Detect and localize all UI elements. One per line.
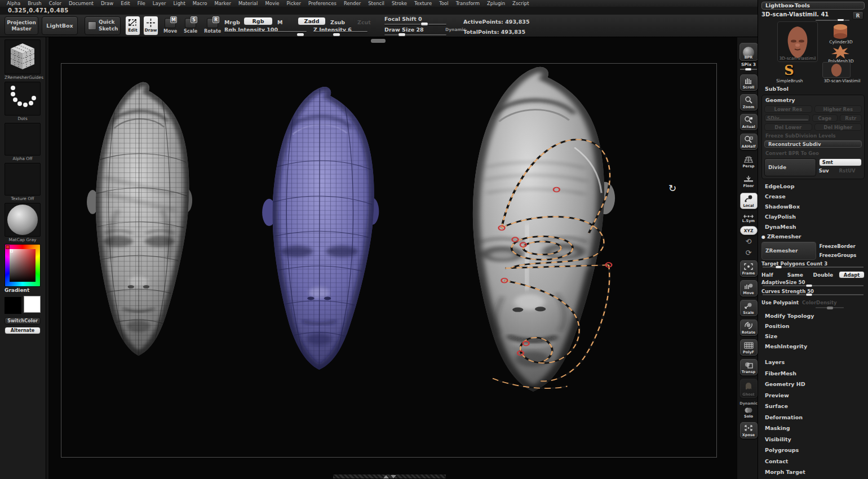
suv-toggle[interactable]: Suv (819, 168, 829, 174)
section-preview[interactable]: Preview (761, 390, 865, 401)
z-intensity-slider[interactable]: Z Intensity 6 (313, 29, 367, 34)
xpose-button[interactable]: Xpose (740, 422, 758, 438)
use-polypaint-toggle[interactable]: Use Polypaint (761, 300, 799, 305)
menu-stencil[interactable]: Stencil (368, 1, 384, 6)
polyf-button[interactable]: PolyF (740, 339, 758, 356)
section-size[interactable]: Size (761, 331, 865, 341)
zcut-toggle[interactable]: Zcut (357, 19, 371, 25)
menu-light[interactable]: Light (174, 1, 185, 6)
rotate-on-z-icon[interactable]: ⟳ (746, 249, 752, 256)
menu-document[interactable]: Document (69, 1, 94, 6)
section-zremesher[interactable]: ●ZRemesher (761, 232, 865, 241)
sdiv-slider[interactable]: SDiv (764, 114, 810, 122)
section-masking[interactable]: Masking (761, 423, 865, 434)
section-geometry[interactable]: Geometry (764, 96, 862, 104)
persp-button[interactable]: Persp (740, 153, 758, 170)
alpha-thumbnail[interactable] (5, 123, 41, 156)
simplebrush-tool[interactable]: S (781, 63, 798, 78)
reconstruct-subdiv-button[interactable]: Reconstruct Subdiv (764, 140, 862, 148)
rstr-button[interactable]: Rstr (840, 114, 862, 122)
menu-picker[interactable]: Picker (287, 1, 301, 6)
adapt-toggle[interactable]: Adapt (839, 271, 865, 278)
menu-alpha[interactable]: Alpha (7, 1, 20, 6)
freeze-border-toggle[interactable]: FreezeBorder (820, 243, 865, 249)
section-morph-target[interactable]: Morph Target (761, 467, 865, 478)
section-subtool[interactable]: SubTool (761, 85, 865, 94)
zsub-toggle[interactable]: Zsub (330, 19, 345, 25)
stroke-thumbnail[interactable] (5, 82, 41, 116)
top-tray-handle[interactable] (371, 39, 386, 43)
main-color-swatch[interactable] (5, 297, 21, 314)
section-position[interactable]: Position (761, 321, 865, 331)
rotate-on-y-icon[interactable]: ⟲ (746, 238, 752, 245)
menu-material[interactable]: Material (238, 1, 258, 6)
menu-preferences[interactable]: Preferences (308, 1, 336, 6)
move-button[interactable]: M Move (163, 18, 177, 34)
focal-shift-slider[interactable]: Focal Shift 0 (384, 20, 446, 25)
smt-toggle[interactable]: Smt (819, 158, 862, 166)
menu-draw[interactable]: Draw (101, 1, 113, 6)
draw-button[interactable]: Draw (143, 16, 158, 36)
curves-strength-slider[interactable]: Curves Strength 50 (761, 289, 865, 296)
actual-button[interactable]: Actual (740, 114, 758, 130)
rotate-view-icon[interactable]: ↻ (668, 183, 676, 194)
draw-size-slider[interactable]: Draw Size 28 (384, 31, 446, 36)
menu-transform[interactable]: Transform (456, 1, 480, 6)
xyz-button[interactable]: XYZ (740, 226, 758, 235)
zoom-button[interactable]: Zoom (740, 94, 758, 110)
section-geometry-hd[interactable]: Geometry HD (761, 379, 865, 390)
menu-render[interactable]: Render (344, 1, 361, 6)
cage-button[interactable]: Cage (812, 114, 838, 122)
section-edgeloop[interactable]: EdgeLoop (761, 181, 865, 192)
model-head-wireframe-gray[interactable] (72, 79, 206, 361)
section-layers[interactable]: Layers (761, 357, 865, 368)
bottom-tray-divider[interactable] (333, 474, 446, 478)
mrgb-toggle[interactable]: Mrgb (224, 19, 240, 25)
rgb-toggle[interactable]: Rgb (243, 17, 273, 25)
bpr-button[interactable]: BPR (739, 43, 758, 61)
current-brush-thumbnail[interactable] (5, 39, 41, 74)
divide-button[interactable]: Divide (764, 158, 816, 176)
del-higher-button[interactable]: Del Higher (814, 123, 862, 131)
menu-texture[interactable]: Texture (414, 1, 432, 6)
switch-color-button[interactable]: SwitchColor (5, 317, 41, 325)
menu-zscript[interactable]: Zscript (512, 1, 529, 6)
material-thumbnail[interactable] (5, 203, 41, 237)
scale-button[interactable]: S Scale (184, 18, 197, 34)
section-deformation[interactable]: Deformation (761, 412, 865, 423)
recent-tool-thumbnail[interactable] (822, 62, 851, 78)
quick-sketch-button[interactable]: Quick Sketch (85, 16, 121, 35)
m-toggle[interactable]: M (277, 19, 282, 25)
active-tool-thumbnail[interactable]: 3D-scan-Vlastimil (777, 21, 818, 62)
lightbox-button[interactable]: LightBox (42, 16, 78, 35)
section-contact[interactable]: Contact (761, 456, 865, 467)
half-button[interactable]: Half (761, 272, 786, 278)
zremesher-button[interactable]: ZRemesher (761, 242, 816, 260)
polymesh3d-tool[interactable] (830, 45, 851, 59)
rgb-intensity-slider[interactable]: Rgb Intensity 100 (224, 29, 307, 34)
texture-thumbnail[interactable] (5, 163, 41, 196)
color-density-slider[interactable]: ColorDensity (802, 300, 836, 305)
edit-button[interactable]: Edit (125, 16, 140, 36)
menu-marker[interactable]: Marker (215, 1, 231, 6)
freeze-subdivision-button[interactable]: Freeze SubDivision Levels (764, 133, 862, 139)
menu-file[interactable]: File (138, 1, 145, 6)
rotate-button[interactable]: R Rotate (204, 18, 221, 34)
section-claypolish[interactable]: ClayPolish (761, 212, 865, 222)
target-polygons-slider[interactable]: Target Polygons Count 3 (761, 261, 865, 269)
gradient-label[interactable]: Gradient (5, 287, 41, 295)
frame-button[interactable]: Frame (740, 260, 758, 277)
scale-view-button[interactable]: Scale (740, 300, 758, 316)
restore-tool-button[interactable]: R (852, 11, 863, 20)
alternate-button[interactable]: Alternate (5, 327, 41, 334)
zadd-toggle[interactable]: Zadd (298, 17, 326, 25)
scroll-button[interactable]: Scroll (740, 74, 758, 91)
section-dynamesh[interactable]: DynaMesh (761, 222, 865, 232)
color-density-track[interactable] (816, 307, 844, 309)
projection-master-button[interactable]: Projection Master (5, 16, 38, 35)
menu-movie[interactable]: Movie (265, 1, 279, 6)
transp-button[interactable]: Transp (740, 359, 758, 375)
section-fibermesh[interactable]: FiberMesh (761, 368, 865, 379)
palette-path-header[interactable]: Lightbox▸Tools (761, 2, 865, 10)
menu-edit[interactable]: Edit (121, 1, 130, 6)
